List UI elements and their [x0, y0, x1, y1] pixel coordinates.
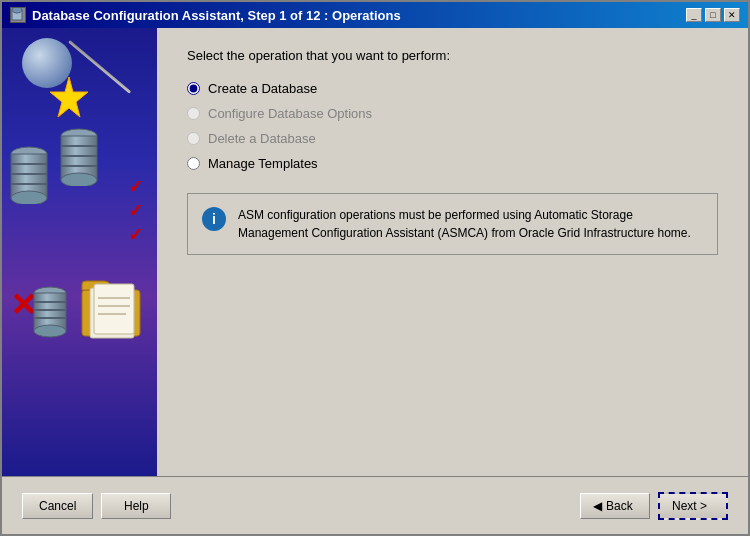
barrel-1 [7, 146, 52, 204]
cancel-button[interactable]: Cancel [22, 493, 93, 519]
radio-label-delete: Delete a Database [208, 131, 316, 146]
checkmark-2: ✓ [128, 200, 143, 222]
back-label: Back [606, 499, 633, 513]
star-illustration [42, 72, 97, 130]
instruction-text: Select the operation that you want to pe… [187, 48, 718, 63]
title-buttons: _ □ ✕ [686, 8, 740, 22]
radio-label-create: Create a Database [208, 81, 317, 96]
window-icon [10, 7, 26, 23]
radio-label-configure: Configure Database Options [208, 106, 372, 121]
folder-icon [80, 278, 145, 343]
left-panel: ✓ ✓ ✓ ✕ [2, 28, 157, 476]
radio-option-delete[interactable]: Delete a Database [187, 131, 718, 146]
svg-marker-2 [50, 77, 88, 117]
minimize-button[interactable]: _ [686, 8, 702, 22]
svg-point-11 [61, 173, 97, 186]
svg-point-17 [34, 325, 66, 337]
bottom-left-buttons: Cancel Help [22, 493, 171, 519]
title-bar: Database Configuration Assistant, Step 1… [2, 2, 748, 28]
close-button[interactable]: ✕ [724, 8, 740, 22]
radio-group: Create a Database Configure Database Opt… [187, 81, 718, 171]
restore-button[interactable]: □ [705, 8, 721, 22]
checkmark-1: ✓ [128, 176, 143, 198]
svg-rect-23 [94, 284, 134, 334]
back-button[interactable]: ◀ Back [580, 493, 650, 519]
right-panel: Select the operation that you want to pe… [157, 28, 748, 476]
radio-delete[interactable] [187, 132, 200, 145]
main-content: ✓ ✓ ✓ ✕ [2, 28, 748, 476]
barrel-2 [57, 128, 102, 186]
barrel-3 [30, 286, 70, 338]
window-title: Database Configuration Assistant, Step 1… [32, 8, 401, 23]
radio-label-templates: Manage Templates [208, 156, 318, 171]
help-button[interactable]: Help [101, 493, 171, 519]
bottom-right-buttons: ◀ Back Next > [580, 492, 728, 520]
radio-configure[interactable] [187, 107, 200, 120]
next-button[interactable]: Next > [658, 492, 728, 520]
next-label: Next > [672, 499, 707, 513]
radio-option-configure[interactable]: Configure Database Options [187, 106, 718, 121]
main-window: Database Configuration Assistant, Step 1… [0, 0, 750, 536]
info-text: ASM configuration operations must be per… [238, 206, 703, 242]
radio-option-templates[interactable]: Manage Templates [187, 156, 718, 171]
radio-option-create[interactable]: Create a Database [187, 81, 718, 96]
bottom-bar: Cancel Help ◀ Back Next > [2, 476, 748, 534]
checkmark-3: ✓ [128, 224, 143, 246]
info-box: i ASM configuration operations must be p… [187, 193, 718, 255]
radio-templates[interactable] [187, 157, 200, 170]
back-arrow-icon: ◀ [593, 499, 602, 513]
info-icon: i [202, 207, 226, 231]
svg-point-5 [11, 191, 47, 204]
radio-create[interactable] [187, 82, 200, 95]
title-bar-left: Database Configuration Assistant, Step 1… [10, 7, 401, 23]
svg-point-1 [12, 8, 22, 13]
